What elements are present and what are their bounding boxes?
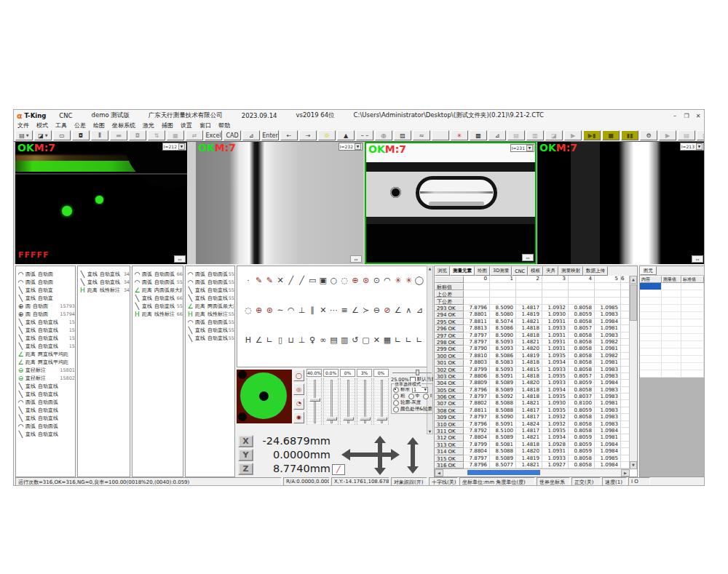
table-row[interactable]: 299 OK7.87908.50931.48201.09310.80581.09…	[435, 346, 630, 352]
tool-icon-r3-4[interactable]: ▯	[275, 335, 285, 345]
table-row[interactable]: 303 OK7.88068.50911.48181.09350.80571.09…	[435, 373, 630, 380]
selected-cell[interactable]	[640, 283, 662, 290]
tool-icon-r2-14[interactable]: ⊘	[382, 305, 392, 315]
menu-item-10[interactable]: 窗口	[199, 121, 211, 129]
tool-icon-r1-9[interactable]: ○	[329, 275, 339, 285]
camera-view-3-selected[interactable]: OKM:7 I=231▼ ⇔	[365, 142, 537, 264]
menu-item-9[interactable]: 设置	[181, 121, 192, 129]
ring-light-control[interactable]	[237, 370, 292, 423]
tool-icon-r1-5[interactable]: ╱	[286, 275, 296, 285]
star-button[interactable]: ✳	[451, 130, 468, 140]
menu-item-11[interactable]: 帮助	[218, 121, 230, 129]
element-list-item[interactable]: ⊖直径标注15801	[16, 366, 75, 374]
tab-7[interactable]: 夹具	[543, 266, 558, 276]
element-list-item[interactable]: ╲直线自动直线15	[16, 326, 75, 334]
tool-icon-r2-1[interactable]: ◌	[243, 305, 253, 315]
play2-button[interactable]: ▶	[659, 130, 676, 140]
updown-button[interactable]: ⇅	[148, 130, 165, 140]
scroll-left-icon[interactable]: ◀	[435, 469, 443, 477]
table-row[interactable]: 293 OK7.87968.50901.48171.09320.80581.09…	[435, 305, 630, 311]
tool-icon-r3-1[interactable]: H	[243, 335, 253, 345]
tab-3[interactable]: 绘图	[475, 266, 490, 276]
light-slider-4[interactable]: 3%	[357, 369, 372, 425]
ring-light-mode-3[interactable]: ◔	[293, 398, 304, 410]
element-list-item[interactable]: ∠距离两直线平均距	[16, 358, 75, 366]
image-button[interactable]: ▲	[337, 130, 355, 140]
tab-element[interactable]: 图元	[640, 266, 657, 275]
tool-icon-r2-4[interactable]: ∼	[275, 305, 285, 315]
table-row[interactable]: 316 OK7.87968.50771.48211.09270.80581.09…	[435, 462, 630, 469]
element-list-item[interactable]: ╲直线自动直线	[16, 382, 75, 390]
curve-button[interactable]: ≈	[413, 130, 430, 140]
element-list-item[interactable]: ╲直线自动直线66	[132, 294, 183, 302]
tool-icon-r3-8[interactable]: ∞	[318, 335, 328, 345]
ring-light-mode-1[interactable]: ◯	[293, 370, 304, 381]
mode-radio[interactable]	[393, 407, 399, 412]
back-button[interactable]: ←	[280, 130, 298, 140]
stage-move-button[interactable]: ▭	[53, 130, 71, 140]
tool-icon-r3-16[interactable]: ∟	[403, 335, 414, 345]
element-list-item[interactable]: H距离线性标注34	[78, 286, 130, 294]
tool-icon-r1-14[interactable]: ◠	[382, 275, 392, 285]
run-to-end-button[interactable]: ▶▮	[583, 130, 601, 140]
scroll-down-icon[interactable]: ▼	[429, 429, 432, 434]
table-row[interactable]: 307 OK7.88028.50881.48211.09300.81001.09…	[435, 400, 630, 407]
element-list-item[interactable]: ◠圆弧自动圆弧55	[132, 278, 183, 286]
tool-icon-r1-6[interactable]: ╱	[296, 275, 306, 285]
light-slider-3[interactable]: 0%	[340, 369, 355, 425]
stop-button[interactable]: ■	[602, 130, 620, 140]
tool-icon-r3-6[interactable]: ⊥	[296, 335, 306, 345]
tool-icon-r2-2[interactable]: ⊕	[254, 305, 264, 315]
element-list-item[interactable]: ∠距离两直线平均距	[16, 350, 75, 358]
level-radio-2[interactable]	[408, 394, 414, 399]
cad-button[interactable]: CAD	[223, 130, 241, 140]
menu-item-4[interactable]: 公差	[74, 121, 86, 129]
tool-icon-r2-13[interactable]: ⊖	[371, 305, 381, 315]
tool-icon-r3-7[interactable]: ♀	[307, 335, 317, 345]
tool-icon-r1-4[interactable]: ✕	[275, 275, 285, 285]
slider-handle[interactable]	[326, 417, 337, 420]
tool-icon-r1-7[interactable]: ▭	[307, 275, 317, 285]
table-row[interactable]: 298 OK7.87978.50931.48211.09310.80581.09…	[435, 339, 630, 346]
tool-icon-r1-8[interactable]: ▣	[318, 275, 328, 285]
camera3-resize-grip[interactable]: ⇔	[522, 254, 534, 261]
tool-icon-r2-12[interactable]: ≻	[361, 305, 371, 315]
tab-5[interactable]: CNC	[512, 266, 528, 276]
table-row[interactable]: 302 OK7.87998.50931.48151.09330.80581.09…	[435, 367, 630, 373]
blank-button[interactable]: ▬	[110, 130, 127, 140]
menu-item-6[interactable]: 坐标系统	[112, 121, 135, 129]
zoom-slider[interactable]	[392, 370, 432, 375]
stage-pan-arrows[interactable]	[341, 436, 423, 479]
menu-item-1[interactable]: 文件	[17, 121, 29, 129]
tool-icon-r3-14[interactable]: ▦	[382, 335, 392, 345]
table-row[interactable]: 295 OK7.88118.50741.48211.09310.80581.09…	[435, 319, 630, 325]
table-row[interactable]: 294 OK7.88018.50801.48191.09300.80591.09…	[435, 311, 630, 318]
chart-button[interactable]: ⊿	[488, 130, 506, 140]
camera1-exposure-label[interactable]: I=212▼	[162, 143, 186, 151]
table-row[interactable]: 315 OK7.87978.50891.48191.09330.80581.09…	[435, 455, 630, 462]
tool-icon-r3-9[interactable]: ▤	[329, 335, 339, 345]
maximize-button[interactable]: ❐	[681, 111, 692, 121]
tool-icon-r3-17[interactable]: ∟	[414, 335, 424, 345]
tool-icon-r1-17[interactable]: ◯	[414, 275, 424, 285]
forward-button[interactable]: →	[299, 130, 317, 140]
slider-handle[interactable]	[343, 417, 354, 420]
report-curve-button[interactable]: ⊿	[242, 130, 260, 140]
probe-button[interactable]: ◘	[72, 130, 90, 140]
element-list-item[interactable]: ╲直线自动直线55	[186, 326, 234, 334]
tool-icon-r1-15[interactable]: ✳	[393, 275, 403, 285]
table-row[interactable]: 310 OK7.87968.50911.48241.09320.80581.09…	[435, 421, 630, 428]
table-row[interactable]: 306 OK7.87978.50921.48181.09350.80371.09…	[435, 394, 630, 400]
element-list-item[interactable]: ╲直线自动直线	[16, 414, 75, 422]
element-list-item[interactable]: ╲直线自动直线55	[186, 294, 234, 302]
camera4-resize-grip[interactable]: ⇔	[692, 255, 703, 263]
light-button[interactable]: ☼	[318, 130, 336, 140]
open2-button[interactable]: ◪	[545, 130, 563, 140]
magnifier-button[interactable]: ◎	[375, 130, 392, 140]
tool-icon-r1-16[interactable]: ✳	[403, 275, 414, 285]
element-list-item[interactable]: ◠圆弧自动圆弧55	[186, 318, 234, 326]
panel-button[interactable]: ▥	[526, 130, 544, 140]
element-list-item[interactable]: ∠距离内圆弧最大距	[132, 286, 183, 294]
open3-button[interactable]: ◪	[697, 130, 705, 140]
standard-radio[interactable]	[393, 387, 399, 393]
